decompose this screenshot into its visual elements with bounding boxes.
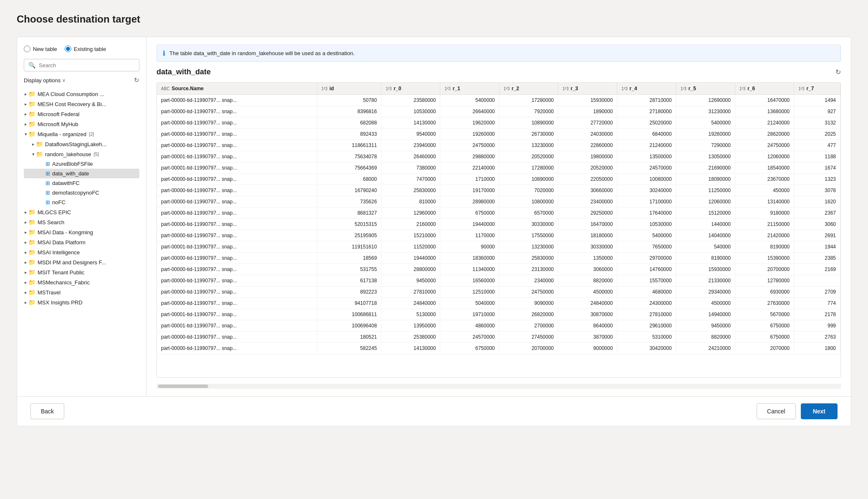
tree-item[interactable]: ▸📁MSTravel — [24, 287, 139, 297]
table-cell: part-00000-tid-11990797... snap... — [157, 208, 317, 219]
column-header[interactable]: 1²3 r_5 — [676, 83, 735, 95]
table-cell: 23580000 — [381, 95, 440, 106]
table-cell: 4680000 — [617, 286, 676, 298]
table-cell: 30330000 — [499, 219, 558, 230]
table-cell: 14130000 — [381, 343, 440, 354]
table-cell: 13950000 — [381, 320, 440, 332]
tree-item[interactable]: ⊞datawithFC — [24, 178, 139, 188]
chevron-down-icon: ▾ — [32, 152, 35, 157]
table-cell: 180521 — [317, 332, 381, 343]
display-options-row: Display options ∨ ↻ — [24, 76, 139, 85]
right-panel: ℹ The table data_with_date in random_lak… — [146, 37, 851, 396]
table-cell: 94107718 — [317, 298, 381, 309]
tree-item[interactable]: ▸📁Microsoft MyHub — [24, 119, 139, 129]
preview-refresh-icon[interactable]: ↻ — [835, 68, 841, 76]
tree-item[interactable]: ▾📁Miquella - organized[2] — [24, 129, 139, 139]
table-cell: 10890000 — [499, 174, 558, 185]
tree-item[interactable]: ⊞noFC — [24, 198, 139, 207]
display-options-button[interactable]: Display options ∨ — [24, 77, 66, 84]
tree-item[interactable]: ▸📁MSAI Data Platform — [24, 237, 139, 247]
table-cell: 29340000 — [676, 286, 735, 298]
column-header[interactable]: 1²3 r_3 — [558, 83, 617, 95]
column-header[interactable]: 1²3 r_1 — [440, 83, 499, 95]
data-table-wrapper[interactable]: ABC Source.Name1²3 id1²3 r_01²3 r_11²3 r… — [156, 82, 841, 378]
tree-item[interactable]: ▸📁MSAI Intelligence — [24, 247, 139, 257]
tree-item[interactable]: ▸📁MSDI PM and Designers F... — [24, 257, 139, 267]
tree-item[interactable]: ▸📁Microsoft Federal — [24, 109, 139, 119]
table-cell: 2340000 — [499, 275, 558, 286]
table-cell: 10530000 — [617, 219, 676, 230]
cancel-button[interactable]: Cancel — [757, 403, 796, 419]
tree-item[interactable]: ⊞data_with_date — [24, 169, 139, 178]
tree-item[interactable]: ⊞AzureBlobFSFile — [24, 159, 139, 169]
search-box[interactable]: 🔍 — [24, 59, 139, 71]
table-cell: 15570000 — [617, 275, 676, 286]
tree-item[interactable]: ▸📁MLGCS EPIC — [24, 207, 139, 217]
chevron-right-icon: ▸ — [25, 210, 27, 215]
tree-item[interactable]: ▸📁MSX Insights PRD — [24, 297, 139, 307]
table-cell: 7020000 — [499, 185, 558, 196]
table-cell: 26460000 — [381, 151, 440, 162]
table-cell: 19440000 — [440, 219, 499, 230]
table-cell: part-00000-tid-11990797... snap... — [157, 196, 317, 208]
refresh-icon[interactable]: ↻ — [134, 76, 139, 84]
table-row: part-00001-tid-11990797... snap...100686… — [157, 309, 840, 320]
column-header[interactable]: 1²3 r_6 — [735, 83, 794, 95]
info-icon: ℹ — [163, 49, 165, 57]
table-cell: 24210000 — [676, 343, 735, 354]
existing-table-radio[interactable]: Existing table — [65, 46, 106, 52]
column-header[interactable]: 1²3 id — [317, 83, 381, 95]
table-icon: ⊞ — [45, 170, 50, 177]
tree-item[interactable]: ▾📁random_lakehouse[5] — [24, 149, 139, 159]
table-cell: 4860000 — [440, 320, 499, 332]
chevron-right-icon: ▸ — [25, 240, 27, 245]
table-cell: 5670000 — [735, 309, 794, 320]
table-cell: 21330000 — [676, 275, 735, 286]
horizontal-scrollbar[interactable] — [156, 384, 841, 389]
tree-item[interactable]: ⊞demofastcopynoFC — [24, 188, 139, 198]
table-cell: 1800 — [794, 343, 840, 354]
tree-item[interactable]: ▸📁MEA Cloud Consumption ... — [24, 89, 139, 99]
table-row: part-00000-tid-11990797... snap...507802… — [157, 95, 840, 106]
table-cell: 19710000 — [440, 309, 499, 320]
scrollbar-thumb — [158, 385, 208, 388]
column-header[interactable]: 1²3 r_4 — [617, 83, 676, 95]
folder-icon: 📁 — [28, 279, 35, 286]
tree-item[interactable]: ▸📁MSMechanics_Fabric — [24, 277, 139, 287]
table-row: part-00000-tid-11990797... snap...682088… — [157, 117, 840, 129]
table-cell: 1944 — [794, 241, 840, 253]
table-cell: 8820000 — [558, 275, 617, 286]
table-cell: part-00001-tid-11990797... snap... — [157, 151, 317, 162]
table-cell: part-00001-tid-11990797... snap... — [157, 309, 317, 320]
table-cell: 27810000 — [617, 309, 676, 320]
new-table-radio[interactable]: New table — [24, 46, 57, 52]
column-header[interactable]: 1²3 r_2 — [499, 83, 558, 95]
tree-item[interactable]: ▸📁MSAI Data - Kongming — [24, 227, 139, 237]
table-cell: 27720000 — [558, 117, 617, 129]
table-cell: 24300000 — [617, 298, 676, 309]
tree-item[interactable]: ▸📁MSIT Tenant Public — [24, 267, 139, 277]
column-header[interactable]: 1²3 r_0 — [381, 83, 440, 95]
table-cell: 5400000 — [676, 117, 735, 129]
chevron-right-icon: ▸ — [25, 280, 27, 285]
chevron-right-icon: ▸ — [25, 260, 27, 265]
table-cell: 15210000 — [381, 230, 440, 241]
table-cell: 119151610 — [317, 241, 381, 253]
chevron-down-icon: ∨ — [62, 78, 66, 83]
column-header[interactable]: ABC Source.Name — [157, 83, 317, 95]
next-button[interactable]: Next — [801, 403, 838, 419]
tree-item[interactable]: ▸📁DataflowsStagingLakeh... — [24, 139, 139, 149]
folder-icon: 📁 — [28, 229, 35, 236]
search-input[interactable] — [39, 62, 135, 68]
table-cell: 1494 — [794, 95, 840, 106]
back-button[interactable]: Back — [30, 403, 64, 419]
table-cell: 100686811 — [317, 309, 381, 320]
tree-item-label: Microsoft MyHub — [38, 121, 78, 127]
column-header[interactable]: 1²3 r_7 — [794, 83, 840, 95]
table-cell: 19620000 — [440, 117, 499, 129]
table-cell: 6930000 — [735, 286, 794, 298]
tree-item[interactable]: ▸📁MS Search — [24, 217, 139, 227]
table-cell: 26730000 — [499, 129, 558, 140]
table-cell: 18540000 — [735, 162, 794, 174]
tree-item[interactable]: ▸📁MESH Cost Recovery & Bi... — [24, 99, 139, 109]
